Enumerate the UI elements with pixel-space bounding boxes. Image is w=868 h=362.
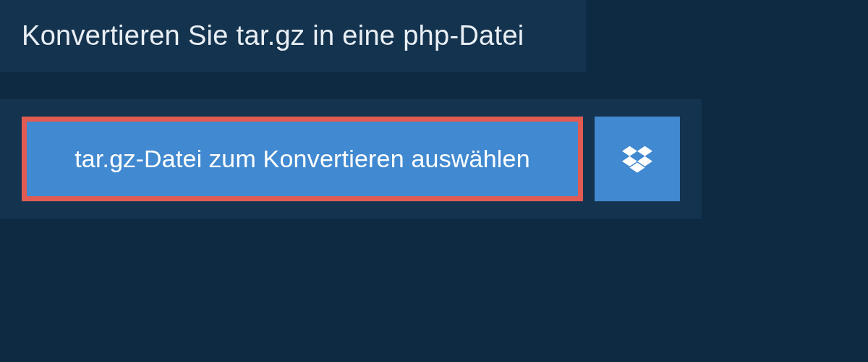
file-select-button[interactable]: tar.gz-Datei zum Konvertieren auswählen [22, 117, 583, 201]
dropbox-icon [622, 146, 652, 173]
file-select-label: tar.gz-Datei zum Konvertieren auswählen [75, 145, 530, 173]
header-bar: Konvertieren Sie tar.gz in eine php-Date… [0, 0, 586, 72]
dropbox-button[interactable] [595, 117, 680, 201]
page-title: Konvertieren Sie tar.gz in eine php-Date… [22, 20, 564, 51]
upload-panel: tar.gz-Datei zum Konvertieren auswählen [0, 99, 702, 219]
